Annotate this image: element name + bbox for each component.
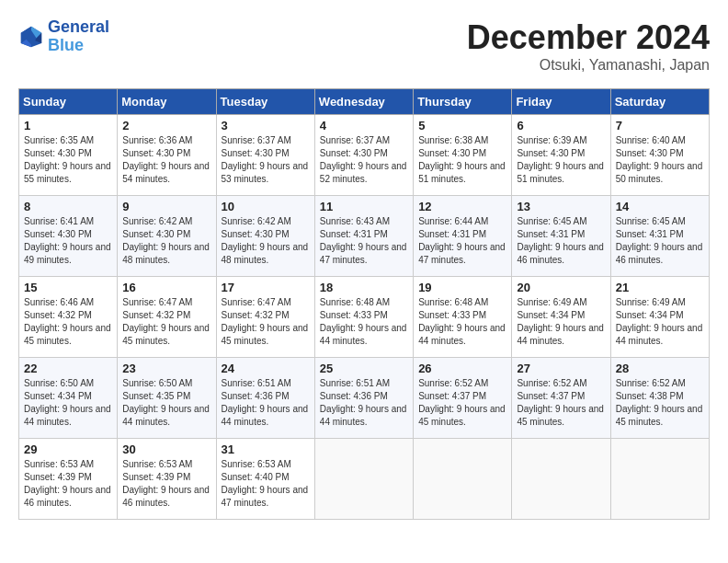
day-number: 5: [418, 119, 506, 132]
cell-details: Sunrise: 6:37 AM Sunset: 4:30 PM Dayligh…: [222, 134, 310, 186]
month-title: December 2024: [467, 18, 710, 57]
cell-details: Sunrise: 6:51 AM Sunset: 4:36 PM Dayligh…: [320, 377, 408, 429]
day-number: 14: [616, 200, 704, 213]
cell-details: Sunrise: 6:53 AM Sunset: 4:39 PM Dayligh…: [24, 458, 112, 510]
calendar-cell: 31Sunrise: 6:53 AM Sunset: 4:40 PM Dayli…: [216, 439, 314, 520]
day-number: 30: [122, 442, 210, 456]
cell-details: Sunrise: 6:42 AM Sunset: 4:30 PM Dayligh…: [222, 215, 310, 267]
day-number: 8: [24, 200, 112, 213]
calendar-table: SundayMondayTuesdayWednesdayThursdayFrid…: [18, 88, 710, 520]
day-number: 18: [320, 281, 408, 294]
calendar-week-row: 8Sunrise: 6:41 AM Sunset: 4:30 PM Daylig…: [19, 196, 710, 277]
calendar-cell: 25Sunrise: 6:51 AM Sunset: 4:36 PM Dayli…: [314, 358, 413, 439]
cell-details: Sunrise: 6:53 AM Sunset: 4:39 PM Dayligh…: [122, 458, 210, 510]
cell-details: Sunrise: 6:38 AM Sunset: 4:30 PM Dayligh…: [418, 134, 506, 186]
header-cell-wednesday: Wednesday: [314, 89, 413, 115]
calendar-cell: 11Sunrise: 6:43 AM Sunset: 4:31 PM Dayli…: [314, 196, 413, 277]
cell-details: Sunrise: 6:35 AM Sunset: 4:30 PM Dayligh…: [24, 134, 112, 186]
cell-details: Sunrise: 6:50 AM Sunset: 4:34 PM Dayligh…: [24, 377, 112, 429]
cell-details: Sunrise: 6:52 AM Sunset: 4:37 PM Dayligh…: [418, 377, 506, 429]
cell-details: Sunrise: 6:45 AM Sunset: 4:31 PM Dayligh…: [517, 215, 605, 267]
header-cell-friday: Friday: [512, 89, 610, 115]
day-number: 25: [320, 362, 408, 375]
logo-text: General Blue: [48, 18, 109, 55]
day-number: 24: [222, 362, 310, 375]
day-number: 16: [122, 281, 210, 294]
calendar-cell: 27Sunrise: 6:52 AM Sunset: 4:37 PM Dayli…: [512, 358, 610, 439]
calendar-cell: [512, 439, 610, 520]
day-number: 4: [320, 119, 408, 132]
calendar-cell: 24Sunrise: 6:51 AM Sunset: 4:36 PM Dayli…: [216, 358, 314, 439]
cell-details: Sunrise: 6:41 AM Sunset: 4:30 PM Dayligh…: [24, 215, 112, 267]
calendar-cell: 2Sunrise: 6:36 AM Sunset: 4:30 PM Daylig…: [118, 115, 216, 196]
calendar-cell: 14Sunrise: 6:45 AM Sunset: 4:31 PM Dayli…: [610, 196, 709, 277]
cell-details: Sunrise: 6:37 AM Sunset: 4:30 PM Dayligh…: [320, 134, 408, 186]
cell-details: Sunrise: 6:39 AM Sunset: 4:30 PM Dayligh…: [517, 134, 605, 186]
day-number: 20: [517, 281, 605, 294]
header-cell-monday: Monday: [118, 89, 216, 115]
day-number: 7: [616, 119, 704, 132]
calendar-cell: 3Sunrise: 6:37 AM Sunset: 4:30 PM Daylig…: [216, 115, 314, 196]
calendar-header-row: SundayMondayTuesdayWednesdayThursdayFrid…: [19, 89, 710, 115]
calendar-cell: 5Sunrise: 6:38 AM Sunset: 4:30 PM Daylig…: [414, 115, 512, 196]
day-number: 17: [222, 281, 310, 294]
calendar-cell: 22Sunrise: 6:50 AM Sunset: 4:34 PM Dayli…: [19, 358, 118, 439]
calendar-cell: 23Sunrise: 6:50 AM Sunset: 4:35 PM Dayli…: [118, 358, 216, 439]
calendar-cell: [314, 439, 413, 520]
calendar-cell: 21Sunrise: 6:49 AM Sunset: 4:34 PM Dayli…: [610, 277, 709, 358]
day-number: 11: [320, 200, 408, 213]
day-number: 6: [517, 119, 605, 132]
calendar-cell: 12Sunrise: 6:44 AM Sunset: 4:31 PM Dayli…: [414, 196, 512, 277]
day-number: 26: [418, 362, 506, 375]
header-cell-thursday: Thursday: [414, 89, 512, 115]
cell-details: Sunrise: 6:47 AM Sunset: 4:32 PM Dayligh…: [122, 296, 210, 348]
calendar-cell: 9Sunrise: 6:42 AM Sunset: 4:30 PM Daylig…: [118, 196, 216, 277]
calendar-cell: 15Sunrise: 6:46 AM Sunset: 4:32 PM Dayli…: [19, 277, 118, 358]
calendar-cell: 28Sunrise: 6:52 AM Sunset: 4:38 PM Dayli…: [610, 358, 709, 439]
day-number: 29: [24, 442, 112, 456]
calendar-cell: 4Sunrise: 6:37 AM Sunset: 4:30 PM Daylig…: [314, 115, 413, 196]
calendar-cell: [610, 439, 709, 520]
header: General Blue December 2024 Otsuki, Yaman…: [18, 18, 710, 74]
day-number: 3: [222, 119, 310, 132]
cell-details: Sunrise: 6:48 AM Sunset: 4:33 PM Dayligh…: [320, 296, 408, 348]
cell-details: Sunrise: 6:52 AM Sunset: 4:37 PM Dayligh…: [517, 377, 605, 429]
cell-details: Sunrise: 6:36 AM Sunset: 4:30 PM Dayligh…: [122, 134, 210, 186]
cell-details: Sunrise: 6:49 AM Sunset: 4:34 PM Dayligh…: [616, 296, 704, 348]
day-number: 27: [517, 362, 605, 375]
calendar-cell: 20Sunrise: 6:49 AM Sunset: 4:34 PM Dayli…: [512, 277, 610, 358]
cell-details: Sunrise: 6:51 AM Sunset: 4:36 PM Dayligh…: [222, 377, 310, 429]
calendar-week-row: 15Sunrise: 6:46 AM Sunset: 4:32 PM Dayli…: [19, 277, 710, 358]
cell-details: Sunrise: 6:52 AM Sunset: 4:38 PM Dayligh…: [616, 377, 704, 429]
cell-details: Sunrise: 6:49 AM Sunset: 4:34 PM Dayligh…: [517, 296, 605, 348]
calendar-cell: 13Sunrise: 6:45 AM Sunset: 4:31 PM Dayli…: [512, 196, 610, 277]
day-number: 1: [24, 119, 112, 132]
day-number: 9: [122, 200, 210, 213]
logo: General Blue: [18, 18, 109, 55]
cell-details: Sunrise: 6:50 AM Sunset: 4:35 PM Dayligh…: [122, 377, 210, 429]
day-number: 19: [418, 281, 506, 294]
calendar-cell: 17Sunrise: 6:47 AM Sunset: 4:32 PM Dayli…: [216, 277, 314, 358]
calendar-week-row: 29Sunrise: 6:53 AM Sunset: 4:39 PM Dayli…: [19, 439, 710, 520]
header-cell-sunday: Sunday: [19, 89, 118, 115]
cell-details: Sunrise: 6:44 AM Sunset: 4:31 PM Dayligh…: [418, 215, 506, 267]
day-number: 23: [122, 362, 210, 375]
day-number: 28: [616, 362, 704, 375]
calendar-cell: 7Sunrise: 6:40 AM Sunset: 4:30 PM Daylig…: [610, 115, 709, 196]
day-number: 21: [616, 281, 704, 294]
day-number: 12: [418, 200, 506, 213]
cell-details: Sunrise: 6:43 AM Sunset: 4:31 PM Dayligh…: [320, 215, 408, 267]
calendar-cell: 10Sunrise: 6:42 AM Sunset: 4:30 PM Dayli…: [216, 196, 314, 277]
calendar-cell: 26Sunrise: 6:52 AM Sunset: 4:37 PM Dayli…: [414, 358, 512, 439]
calendar-cell: 6Sunrise: 6:39 AM Sunset: 4:30 PM Daylig…: [512, 115, 610, 196]
calendar-cell: 29Sunrise: 6:53 AM Sunset: 4:39 PM Dayli…: [19, 439, 118, 520]
header-cell-saturday: Saturday: [610, 89, 709, 115]
calendar-cell: 18Sunrise: 6:48 AM Sunset: 4:33 PM Dayli…: [314, 277, 413, 358]
calendar-week-row: 22Sunrise: 6:50 AM Sunset: 4:34 PM Dayli…: [19, 358, 710, 439]
logo-icon: [18, 24, 44, 50]
calendar-cell: 30Sunrise: 6:53 AM Sunset: 4:39 PM Dayli…: [118, 439, 216, 520]
calendar-cell: 16Sunrise: 6:47 AM Sunset: 4:32 PM Dayli…: [118, 277, 216, 358]
cell-details: Sunrise: 6:40 AM Sunset: 4:30 PM Dayligh…: [616, 134, 704, 186]
day-number: 10: [222, 200, 310, 213]
cell-details: Sunrise: 6:53 AM Sunset: 4:40 PM Dayligh…: [222, 458, 310, 510]
